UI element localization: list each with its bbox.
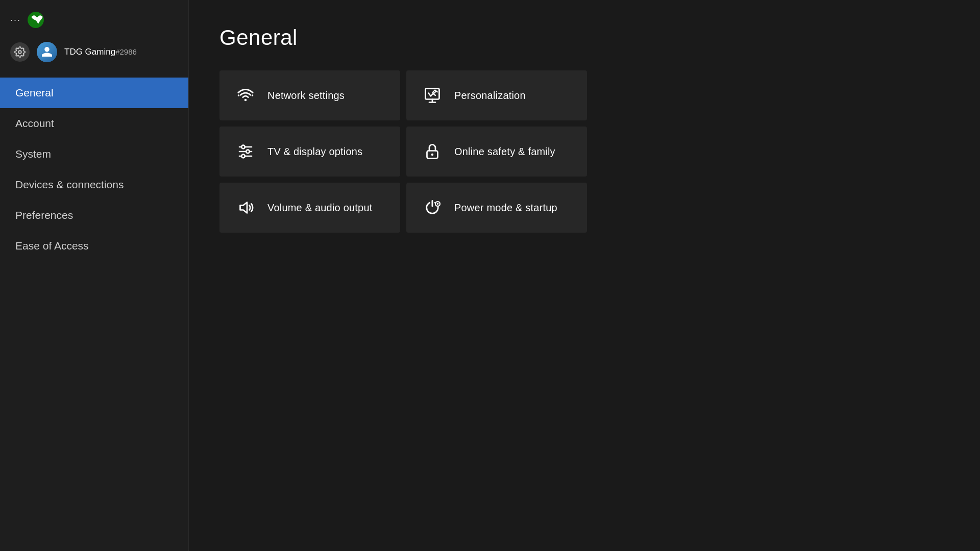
lock-icon [422,141,443,162]
xbox-logo-icon [27,11,44,29]
svg-point-10 [246,150,250,154]
svg-point-16 [437,203,439,205]
sidebar-item-system[interactable]: System [0,139,188,169]
settings-icon[interactable] [10,42,30,62]
sidebar-item-ease-of-access[interactable]: Ease of Access [0,231,188,261]
network-settings-label: Network settings [267,90,345,102]
tv-display-label: TV & display options [267,146,362,158]
volume-audio-card[interactable]: Volume & audio output [219,183,400,233]
svg-point-9 [241,145,245,149]
power-mode-card[interactable]: Power mode & startup [406,183,587,233]
svg-point-11 [241,155,245,158]
main-content: General Network settings [189,0,980,551]
settings-grid: Network settings Personalization [219,70,587,233]
tv-display-icon [235,141,256,162]
svg-marker-14 [240,203,248,213]
svg-point-13 [431,154,434,156]
sidebar-item-devices[interactable]: Devices & connections [0,169,188,200]
profile-section: TDG Gaming#2986 [0,37,188,72]
network-icon [235,85,256,106]
sidebar-header: ··· [0,0,188,37]
personalization-card[interactable]: Personalization [406,70,587,120]
svg-point-2 [244,99,247,102]
sidebar-item-general[interactable]: General [0,78,188,108]
sidebar: ··· TDG Gaming#2986 General Account Sy [0,0,189,551]
svg-point-3 [238,94,240,96]
volume-icon [235,197,256,218]
profile-username: TDG Gaming#2986 [64,47,137,57]
avatar [37,42,57,62]
sidebar-item-preferences[interactable]: Preferences [0,200,188,231]
power-mode-label: Power mode & startup [454,202,557,214]
tv-display-card[interactable]: TV & display options [219,127,400,177]
online-safety-label: Online safety & family [454,146,555,158]
nav-menu: General Account System Devices & connect… [0,78,188,261]
volume-audio-label: Volume & audio output [267,202,372,214]
online-safety-card[interactable]: Online safety & family [406,127,587,177]
personalization-icon [422,85,443,106]
page-title: General [219,26,949,50]
profile-info: TDG Gaming#2986 [64,47,137,57]
personalization-label: Personalization [454,90,526,102]
power-icon [422,197,443,218]
svg-point-4 [252,94,254,96]
menu-dots-icon[interactable]: ··· [10,15,21,26]
sidebar-item-account[interactable]: Account [0,108,188,139]
network-settings-card[interactable]: Network settings [219,70,400,120]
svg-point-1 [18,51,21,54]
